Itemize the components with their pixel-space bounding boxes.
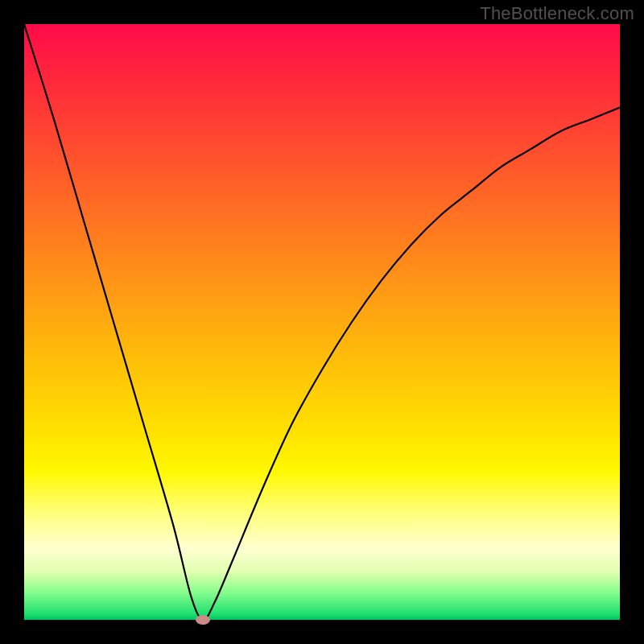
chart-frame: TheBottleneck.com: [0, 0, 644, 644]
plot-area: [24, 24, 620, 620]
bottleneck-curve: [24, 24, 620, 620]
optimal-point-marker: [196, 615, 210, 625]
curve-layer: [24, 24, 620, 620]
watermark-text: TheBottleneck.com: [480, 3, 634, 24]
